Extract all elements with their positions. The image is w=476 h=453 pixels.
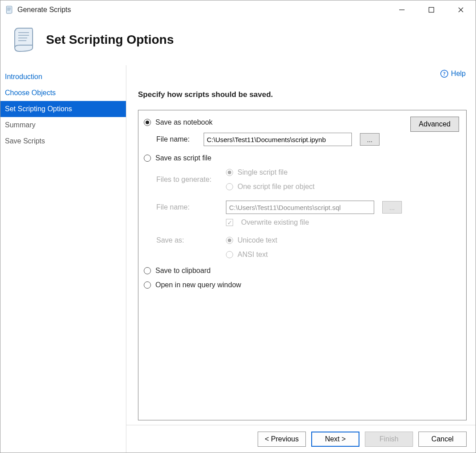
radio-label: Save as notebook — [155, 118, 213, 126]
radio-save-clipboard[interactable]: Save to clipboard — [144, 267, 459, 275]
script-browse-button: ... — [382, 201, 402, 214]
generate-scripts-window: Generate Scripts Set Scripting Options — [0, 0, 476, 453]
radio-label: One script file per object — [238, 183, 315, 191]
finish-button: Finish — [365, 432, 413, 447]
radio-label: Save to clipboard — [155, 267, 211, 275]
svg-rect-1 — [429, 8, 434, 13]
sidebar-item-summary[interactable]: Summary — [0, 117, 126, 133]
next-button[interactable]: Next > — [311, 432, 359, 447]
notebook-subgroup: File name: ... — [156, 133, 459, 146]
radio-open-new-query[interactable]: Open in new query window — [144, 281, 459, 289]
script-file-label: File name: — [156, 203, 218, 211]
radio-label: ANSI text — [238, 251, 268, 259]
radio-icon — [226, 251, 233, 258]
page-title: Set Scripting Options — [46, 33, 174, 47]
radio-label: Unicode text — [238, 236, 277, 244]
sidebar-item-save-scripts[interactable]: Save Scripts — [0, 133, 126, 149]
radio-save-as-script[interactable]: Save as script file — [144, 154, 459, 162]
sidebar-item-set-scripting-options[interactable]: Set Scripting Options — [0, 101, 126, 117]
close-button[interactable] — [446, 0, 476, 19]
app-icon — [5, 5, 14, 14]
notebook-file-label: File name: — [156, 135, 196, 143]
radio-icon — [144, 119, 151, 126]
svg-text:?: ? — [443, 71, 446, 77]
section-heading: Specify how scripts should be saved. — [138, 90, 467, 99]
content-panel: ? Help Specify how scripts should be sav… — [126, 65, 476, 453]
radio-ansi: ANSI text — [226, 251, 277, 259]
previous-button[interactable]: < Previous — [258, 432, 306, 447]
radio-icon — [226, 237, 233, 244]
wizard-footer: < Previous Next > Finish Cancel — [126, 425, 476, 453]
script-icon — [11, 27, 36, 52]
radio-icon — [144, 155, 151, 162]
maximize-button[interactable] — [417, 0, 446, 19]
radio-label: Save as script file — [155, 154, 211, 162]
files-to-generate-label: Files to generate: — [156, 176, 218, 184]
options-box: Advanced Save as notebook File name: ... — [138, 110, 467, 420]
script-file-input — [226, 201, 374, 214]
cancel-button[interactable]: Cancel — [418, 432, 467, 447]
radio-icon — [144, 281, 151, 289]
sidebar-item-introduction[interactable]: Introduction — [0, 69, 126, 85]
overwrite-checkbox — [226, 219, 233, 226]
radio-single-script-file: Single script file — [226, 168, 315, 176]
radio-one-per-object: One script file per object — [226, 183, 315, 191]
overwrite-label: Overwrite existing file — [241, 218, 309, 226]
notebook-browse-button[interactable]: ... — [360, 133, 380, 146]
save-as-label: Save as: — [156, 236, 218, 244]
window-controls — [387, 0, 476, 19]
wizard-sidebar: Introduction Choose Objects Set Scriptin… — [0, 65, 126, 453]
radio-icon — [226, 183, 233, 190]
help-link[interactable]: ? Help — [440, 70, 466, 78]
notebook-file-input[interactable] — [204, 133, 352, 146]
window-title: Generate Scripts — [17, 6, 387, 14]
titlebar: Generate Scripts — [0, 0, 476, 19]
content-inner: Specify how scripts should be saved. Adv… — [126, 65, 476, 425]
sidebar-item-choose-objects[interactable]: Choose Objects — [0, 85, 126, 101]
radio-icon — [144, 267, 151, 274]
minimize-button[interactable] — [387, 0, 417, 19]
main-region: Introduction Choose Objects Set Scriptin… — [0, 65, 476, 453]
advanced-button[interactable]: Advanced — [410, 117, 459, 132]
help-icon: ? — [440, 70, 448, 78]
radio-icon — [226, 169, 233, 176]
script-subgroup: Files to generate: Single script file On… — [156, 168, 459, 259]
radio-label: Open in new query window — [155, 281, 241, 289]
page-header: Set Scripting Options — [0, 19, 476, 65]
help-label: Help — [451, 70, 466, 78]
radio-unicode: Unicode text — [226, 236, 277, 244]
radio-label: Single script file — [238, 168, 288, 176]
